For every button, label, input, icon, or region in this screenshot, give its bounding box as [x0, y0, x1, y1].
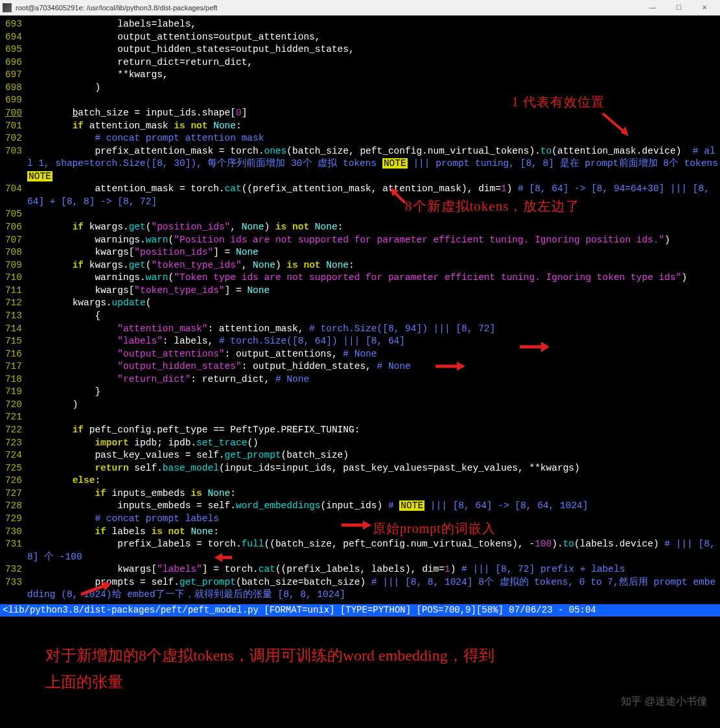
- annotation-4-line2: 上面的张量: [45, 674, 123, 690]
- line-number: 699: [0, 94, 27, 107]
- code-line[interactable]: 696 return_dict=return_dict,: [0, 56, 720, 69]
- line-number: 724: [0, 449, 27, 462]
- line-number: 704: [0, 183, 27, 208]
- code-line[interactable]: 709 if kwargs.get("token_type_ids", None…: [0, 259, 720, 272]
- code-content: "return_dict": return_dict, # None: [27, 373, 720, 386]
- line-number: 703: [0, 145, 27, 183]
- code-line[interactable]: 723 import ipdb; ipdb.set_trace(): [0, 437, 720, 450]
- code-content: "output_attentions": output_attentions, …: [27, 348, 720, 361]
- line-number: 710: [0, 272, 27, 285]
- code-editor[interactable]: 693 labels=labels,694 output_attentions=…: [0, 16, 720, 604]
- window-titlebar: root@a7034605291e: /usr/local/lib/python…: [0, 0, 720, 16]
- line-number: 732: [0, 563, 27, 576]
- line-number: 730: [0, 526, 27, 539]
- code-line[interactable]: 715 "labels": labels, # torch.Size([8, 6…: [0, 335, 720, 348]
- code-line[interactable]: 702 # concat prompt attention mask: [0, 132, 720, 145]
- line-number: 725: [0, 462, 27, 475]
- code-content: ): [27, 82, 720, 95]
- line-number: 716: [0, 348, 27, 361]
- code-content: return_dict=return_dict,: [27, 56, 720, 69]
- code-line[interactable]: 732 kwargs["labels"] = torch.cat((prefix…: [0, 563, 720, 576]
- code-line[interactable]: 705: [0, 208, 720, 221]
- code-content: "output_hidden_states": output_hidden_st…: [27, 360, 720, 373]
- line-number: 712: [0, 297, 27, 310]
- code-line[interactable]: 700 batch_size = input_ids.shape[0]: [0, 107, 720, 120]
- line-number: 698: [0, 82, 27, 95]
- line-number: 709: [0, 259, 27, 272]
- code-content: batch_size = input_ids.shape[0]: [27, 107, 720, 120]
- annotation-4-line1: 对于新增加的8个虚拟tokens，调用可训练的word embedding，得到: [45, 647, 494, 664]
- code-content: attention_mask = torch.cat((prefix_atten…: [27, 183, 720, 208]
- code-line[interactable]: 694 output_attentions=output_attentions,: [0, 31, 720, 44]
- code-line[interactable]: 726 else:: [0, 475, 720, 487]
- code-content: if peft_config.peft_type == PeftType.PRE…: [27, 424, 720, 437]
- line-number: 720: [0, 399, 27, 412]
- close-button[interactable]: ✕: [691, 1, 717, 15]
- code-content: prefix_attention_mask = torch.ones(batch…: [27, 145, 720, 183]
- code-line[interactable]: 731 prefix_labels = torch.full((batch_si…: [0, 538, 720, 563]
- line-number: 731: [0, 538, 27, 563]
- line-number: 694: [0, 31, 27, 44]
- code-content: inputs_embeds = self.word_embeddings(inp…: [27, 500, 720, 513]
- code-line[interactable]: 712 kwargs.update(: [0, 297, 720, 310]
- code-line[interactable]: 724 past_key_values = self.get_prompt(ba…: [0, 449, 720, 462]
- minimize-button[interactable]: —: [640, 1, 666, 15]
- code-line[interactable]: 710 warnings.warn("Token type ids are no…: [0, 272, 720, 285]
- code-line[interactable]: 721: [0, 411, 720, 424]
- code-line[interactable]: 729 # concat prompt labels: [0, 513, 720, 526]
- code-line[interactable]: 719 }: [0, 386, 720, 399]
- code-line[interactable]: 713 {: [0, 310, 720, 323]
- code-line[interactable]: 697 **kwargs,: [0, 69, 720, 82]
- code-line[interactable]: 699: [0, 94, 720, 107]
- line-number: 711: [0, 285, 27, 298]
- code-line[interactable]: 722 if peft_config.peft_type == PeftType…: [0, 424, 720, 437]
- code-content: return self.base_model(input_ids=input_i…: [27, 462, 720, 475]
- code-line[interactable]: 714 "attention_mask": attention_mask, # …: [0, 323, 720, 336]
- code-line[interactable]: 716 "output_attentions": output_attentio…: [0, 348, 720, 361]
- line-number: 693: [0, 18, 27, 31]
- code-line[interactable]: 707 warnings.warn("Position ids are not …: [0, 234, 720, 247]
- code-line[interactable]: 727 if inputs_embeds is None:: [0, 487, 720, 500]
- code-line[interactable]: 701 if attention_mask is not None:: [0, 120, 720, 133]
- line-number: 714: [0, 323, 27, 336]
- code-content: warnings.warn("Token type ids are not su…: [27, 272, 720, 285]
- code-line[interactable]: 698 ): [0, 82, 720, 95]
- code-line[interactable]: 728 inputs_embeds = self.word_embeddings…: [0, 500, 720, 513]
- code-content: "labels": labels, # torch.Size([8, 64]) …: [27, 335, 720, 348]
- line-number: 722: [0, 424, 27, 437]
- code-content: {: [27, 310, 720, 323]
- window-title: root@a7034605291e: /usr/local/lib/python…: [16, 4, 640, 12]
- code-line[interactable]: 704 attention_mask = torch.cat((prefix_a…: [0, 183, 720, 208]
- code-content: warnings.warn("Position ids are not supp…: [27, 234, 720, 247]
- line-number: 700: [0, 107, 27, 120]
- code-content: # concat prompt attention mask: [27, 132, 720, 145]
- code-line[interactable]: 725 return self.base_model(input_ids=inp…: [0, 462, 720, 475]
- code-line[interactable]: 711 kwargs["token_type_ids"] = None: [0, 285, 720, 298]
- line-number: 728: [0, 500, 27, 513]
- code-line[interactable]: 706 if kwargs.get("position_ids", None) …: [0, 221, 720, 234]
- line-number: 701: [0, 120, 27, 133]
- code-content: **kwargs,: [27, 69, 720, 82]
- code-content: if labels is not None:: [27, 526, 720, 539]
- code-line[interactable]: 695 output_hidden_states=output_hidden_s…: [0, 43, 720, 56]
- code-line[interactable]: 720 ): [0, 399, 720, 412]
- code-content: if attention_mask is not None:: [27, 120, 720, 133]
- code-line[interactable]: 717 "output_hidden_states": output_hidde…: [0, 360, 720, 373]
- annotation-4: 对于新增加的8个虚拟tokens，调用可训练的word embedding，得到…: [45, 642, 655, 696]
- code-content: [27, 94, 720, 107]
- line-number: 695: [0, 43, 27, 56]
- code-content: output_attentions=output_attentions,: [27, 31, 720, 44]
- code-line[interactable]: 718 "return_dict": return_dict, # None: [0, 373, 720, 386]
- code-line[interactable]: 730 if labels is not None:: [0, 526, 720, 539]
- line-number: 721: [0, 411, 27, 424]
- code-content: if inputs_embeds is None:: [27, 487, 720, 500]
- line-number: 708: [0, 246, 27, 259]
- maximize-button[interactable]: ☐: [666, 1, 691, 15]
- code-line[interactable]: 733 prompts = self.get_prompt(batch_size…: [0, 576, 720, 602]
- code-line[interactable]: 708 kwargs["position_ids"] = None: [0, 246, 720, 259]
- code-line[interactable]: 703 prefix_attention_mask = torch.ones(b…: [0, 145, 720, 183]
- line-number: 723: [0, 437, 27, 450]
- line-number: 702: [0, 132, 27, 145]
- code-content: [27, 208, 720, 221]
- code-line[interactable]: 693 labels=labels,: [0, 18, 720, 31]
